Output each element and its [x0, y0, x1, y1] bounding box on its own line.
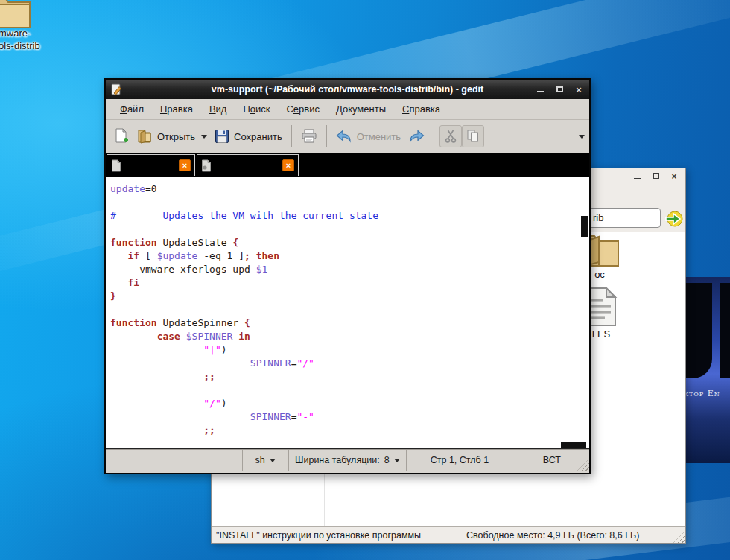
code-line: "|")	[110, 343, 589, 357]
undo-icon	[336, 130, 352, 143]
minimize-icon[interactable]	[632, 171, 642, 182]
tab-width-value: 8	[384, 455, 390, 465]
chevron-down-icon	[270, 459, 276, 462]
undo-button[interactable]: Отменить	[332, 127, 404, 146]
maximize-icon[interactable]	[650, 171, 661, 182]
code-token	[110, 331, 157, 342]
code-line	[110, 303, 589, 316]
tab-width-label: Ширина табуляции:	[295, 455, 380, 465]
desktop-icon-vmware-tools-distrib[interactable]: mware- ols-distrib	[0, 0, 70, 30]
code-token: }	[110, 290, 116, 302]
code-line: "/")	[110, 397, 589, 410]
code-token: "-"	[296, 411, 314, 422]
code-token: # Updates the VM with the current state	[110, 210, 378, 221]
horizontal-scrollbar-thumb[interactable]	[561, 442, 586, 448]
gedit-titlebar[interactable]: vm-support (~/Рабочий стол/vmware-tools-…	[106, 80, 589, 99]
open-button-label: Открыть	[157, 131, 195, 142]
code-editor-content[interactable]: update=0 # Updates the VM with the curre…	[106, 177, 589, 437]
toolbar-separator	[434, 125, 434, 147]
code-token	[110, 424, 203, 436]
code-line: }	[110, 290, 589, 303]
code-token	[110, 411, 250, 422]
code-token	[110, 250, 127, 261]
close-icon[interactable]: ×	[669, 171, 679, 182]
gedit-app-icon	[110, 83, 122, 95]
code-token: $update	[157, 250, 198, 261]
code-token	[180, 331, 186, 342]
menu-file[interactable]: Файл	[112, 101, 152, 118]
code-token: fi	[127, 277, 139, 288]
tab-close-icon[interactable]: ×	[282, 159, 294, 171]
code-token: =0	[145, 183, 157, 194]
open-button[interactable]: Открыть	[133, 126, 211, 147]
cut-button[interactable]	[439, 125, 462, 147]
code-line: if [ $update -eq 1 ]; then	[110, 249, 589, 263]
code-token: function	[110, 237, 157, 248]
document-icon	[111, 159, 121, 172]
desktop-icon-label: mware- ols-distrib	[0, 27, 88, 52]
save-button-label: Сохранить	[234, 131, 282, 142]
go-button[interactable]	[663, 208, 684, 229]
code-line: fi	[110, 276, 589, 290]
cut-icon	[444, 129, 457, 144]
print-button[interactable]	[297, 126, 321, 147]
gedit-toolbar: Открыть Сохранить	[106, 120, 589, 153]
wallpaper-logo-shape	[684, 283, 712, 378]
resize-grip[interactable]	[577, 459, 589, 471]
code-line: update=0	[110, 182, 589, 196]
save-icon	[215, 129, 229, 144]
undo-button-label: Отменить	[357, 131, 401, 142]
gedit-text-area[interactable]: update=0 # Updates the VM with the curre…	[106, 177, 589, 449]
new-document-icon	[114, 128, 129, 144]
maximize-icon[interactable]	[555, 85, 564, 94]
menu-help[interactable]: Справка	[394, 101, 448, 118]
copy-button[interactable]	[462, 125, 484, 147]
editor-border	[106, 448, 589, 449]
code-line: ;;	[110, 370, 589, 384]
wallpaper-logo-shape	[720, 283, 730, 378]
tab-width-selector[interactable]: Ширина табуляции: 8	[288, 450, 407, 471]
close-icon[interactable]: ×	[574, 84, 583, 95]
code-token: if	[127, 250, 139, 261]
code-line	[110, 196, 589, 209]
menu-view[interactable]: Вид	[201, 101, 235, 118]
folder-icon	[0, 0, 70, 30]
code-line: # Updates the VM with the current state	[110, 209, 589, 223]
gedit-tabbar: × ×	[106, 153, 589, 177]
code-token: $SPINNER	[186, 331, 233, 342]
gedit-menubar: Файл Правка Вид Поиск Сервис Документы С…	[106, 99, 589, 120]
wallpaper-logo: ktop En	[684, 277, 730, 463]
code-token: )	[221, 344, 227, 355]
chevron-down-icon	[394, 459, 400, 462]
code-token	[110, 277, 127, 288]
code-token: function	[110, 317, 157, 328]
code-token: vmware-xferlogs upd	[110, 264, 256, 275]
vertical-scrollbar-thumb[interactable]	[581, 216, 588, 237]
code-token: SPINNER	[250, 411, 291, 422]
menu-tools[interactable]: Сервис	[278, 101, 328, 118]
code-token: "|"	[203, 344, 220, 355]
menu-search[interactable]: Поиск	[235, 101, 278, 118]
redo-button[interactable]	[404, 127, 428, 146]
resize-grip[interactable]	[673, 531, 685, 543]
language-value: sh	[255, 455, 264, 465]
code-line: function UpdateSpinner {	[110, 316, 589, 330]
toolbar-overflow-icon[interactable]	[579, 135, 585, 139]
minimize-icon[interactable]	[536, 85, 545, 94]
tab-close-icon[interactable]: ×	[179, 159, 191, 171]
free-space-info: Свободное место: 4,9 ГБ (Всего: 8,6 ГБ)	[460, 530, 673, 541]
tab-document-2[interactable]: ×	[197, 154, 299, 176]
tab-document-1[interactable]: ×	[107, 154, 195, 176]
code-token	[110, 357, 250, 369]
save-button[interactable]: Сохранить	[211, 126, 286, 147]
address-value: rib	[593, 212, 603, 223]
code-token	[110, 344, 203, 355]
document-modified-icon	[201, 159, 212, 172]
new-document-button[interactable]	[110, 125, 133, 147]
code-token: UpdateState	[157, 237, 233, 248]
language-selector[interactable]: sh	[242, 450, 288, 471]
wallpaper-caption: ktop En	[684, 389, 730, 398]
menu-edit[interactable]: Правка	[152, 101, 201, 118]
menu-documents[interactable]: Документы	[328, 101, 394, 118]
code-line	[110, 384, 589, 397]
